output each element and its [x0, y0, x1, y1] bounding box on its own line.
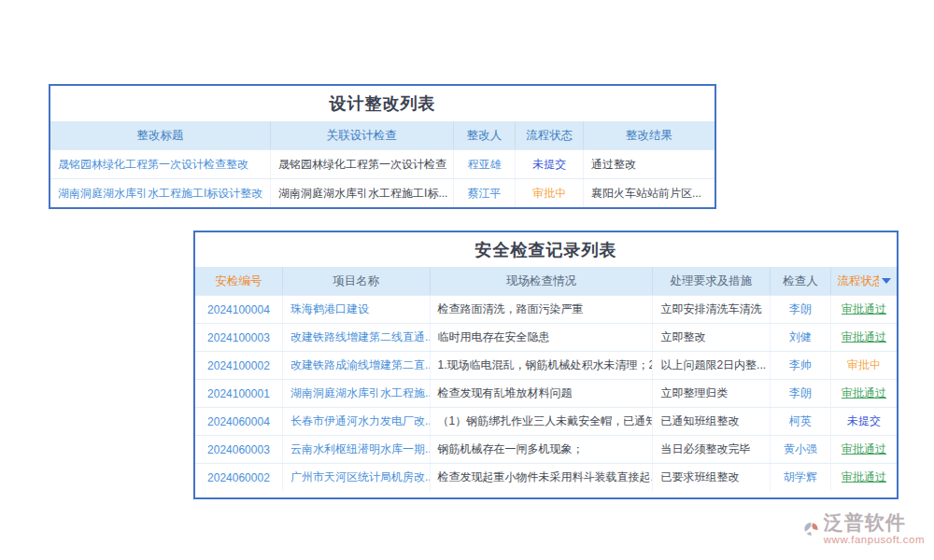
- header-inspection-no: 安检编号: [195, 267, 283, 295]
- design-table-title: 设计整改列表: [50, 86, 715, 121]
- header-related-check: 关联设计检查: [271, 121, 454, 149]
- status-badge: 未提交: [532, 157, 566, 173]
- safety-table-title: 安全检查记录列表: [195, 232, 897, 267]
- design-table-header: 整改标题 关联设计检查 整改人 流程状态 整改结果: [50, 121, 715, 149]
- fanpu-website-url: www.fanpusoft.com: [824, 534, 925, 545]
- design-rectification-panel: 设计整改列表 整改标题 关联设计检查 整改人 流程状态 整改结果 晟铭园林绿化工…: [49, 84, 716, 209]
- inspector-link[interactable]: 胡学辉: [784, 469, 817, 485]
- safety-table-header: 安检编号 项目名称 现场检查情况 处理要求及措施 检查人 流程状态: [195, 267, 897, 295]
- inspector-link[interactable]: 李朗: [789, 301, 812, 317]
- status-badge: 审批中: [532, 186, 566, 202]
- rectify-title-link[interactable]: 晟铭园林绿化工程第一次设计检查整改: [58, 157, 248, 173]
- table-row: 2024060002 广州市天河区统计局机房改... 检查发现起重小物件未采用料…: [195, 463, 897, 491]
- inspector-link[interactable]: 刘健: [789, 329, 812, 345]
- requirement-text: 当日必须整改完毕: [660, 441, 750, 457]
- inspection-no-link[interactable]: 2024100002: [207, 359, 270, 372]
- project-name-link[interactable]: 改建铁路成渝线增建第二直...: [290, 357, 431, 373]
- inspection-no-link[interactable]: 2024100001: [207, 387, 270, 400]
- table-row: 2024100003 改建铁路线增建第二线直通... 临时用电存在安全隐患 立即…: [195, 323, 897, 351]
- inspection-no-link[interactable]: 2024100004: [207, 303, 270, 316]
- project-name-link[interactable]: 云南水利枢纽潜明水库一期...: [290, 441, 431, 457]
- project-name-link[interactable]: 珠海鹤港口建设: [290, 301, 369, 317]
- header-project-name: 项目名称: [283, 267, 431, 295]
- table-row: 2024060003 云南水利枢纽潜明水库一期... 钢筋机械存在一闸多机现象；…: [195, 435, 897, 463]
- status-filter-dropdown-icon[interactable]: [882, 278, 891, 284]
- header-flow-status-label: 流程状态: [838, 273, 879, 289]
- requirement-text: 以上问题限2日内整...: [660, 357, 766, 373]
- rectify-title-link[interactable]: 湖南洞庭湖水库引水工程施工I标设计整改: [58, 186, 262, 202]
- requirement-text: 立即整改: [660, 329, 705, 345]
- inspection-no-link[interactable]: 2024060002: [207, 471, 270, 484]
- requirement-text: 立即整理归类: [660, 385, 728, 401]
- header-flow-status: 流程状态: [516, 121, 584, 149]
- inspector-link[interactable]: 黄小强: [784, 441, 817, 457]
- safety-inspection-panel: 安全检查记录列表 安检编号 项目名称 现场检查情况 处理要求及措施 检查人 流程…: [193, 231, 899, 499]
- table-row: 2024100004 珠海鹤港口建设 检查路面清洗，路面污染严重 立即安排清洗车…: [195, 295, 897, 323]
- site-situation-text: （1）钢筋绑扎作业三人未戴安全帽，已通知...: [438, 413, 654, 429]
- inspection-no-link[interactable]: 2024060004: [207, 415, 270, 428]
- rectify-result-text: 襄阳火车站站前片区...: [591, 186, 701, 202]
- header-site-situation: 现场检查情况: [431, 267, 654, 295]
- fanpu-brand-name: 泛普软件: [824, 511, 906, 534]
- project-name-link[interactable]: 长春市伊通河水力发电厂改...: [290, 413, 431, 429]
- header-rectify-title: 整改标题: [50, 121, 271, 149]
- project-name-link[interactable]: 湖南洞庭湖水库引水工程施...: [290, 385, 431, 401]
- project-name-link[interactable]: 广州市天河区统计局机房改...: [290, 469, 431, 485]
- inspection-no-link[interactable]: 2024060003: [207, 443, 270, 456]
- rectify-result-text: 通过整改: [591, 157, 636, 173]
- requirement-text: 立即安排清洗车清洗: [660, 301, 761, 317]
- inspection-no-link[interactable]: 2024100003: [207, 331, 270, 344]
- status-badge: 未提交: [847, 413, 881, 429]
- site-situation-text: 检查发现起重小物件未采用料斗装载直接起...: [438, 469, 654, 485]
- status-badge[interactable]: 审批通过: [842, 469, 886, 485]
- table-row: 2024060004 长春市伊通河水力发电厂改... （1）钢筋绑扎作业三人未戴…: [195, 407, 897, 435]
- site-situation-text: 1.现场临电混乱，钢筋机械处积水未清理；2....: [438, 357, 654, 373]
- header-requirement: 处理要求及措施: [653, 267, 770, 295]
- status-badge: 审批中: [847, 357, 881, 373]
- site-situation-text: 临时用电存在安全隐患: [438, 329, 550, 345]
- inspector-link[interactable]: 李朗: [789, 385, 812, 401]
- site-situation-text: 检查发现有乱堆放材料问题: [438, 385, 573, 401]
- fanpu-logo-icon: [803, 513, 820, 545]
- table-row: 湖南洞庭湖水库引水工程施工I标设计整改 湖南洞庭湖水库引水工程施工I标... 蔡…: [50, 178, 715, 207]
- rectify-person-link[interactable]: 蔡江平: [467, 186, 501, 202]
- related-check-text: 湖南洞庭湖水库引水工程施工I标...: [278, 186, 447, 202]
- site-situation-text: 检查路面清洗，路面污染严重: [438, 301, 584, 317]
- requirement-text: 已要求班组整改: [660, 469, 739, 485]
- related-check-text: 晟铭园林绿化工程第一次设计检查: [278, 157, 446, 173]
- inspector-link[interactable]: 柯英: [789, 413, 812, 429]
- status-badge[interactable]: 审批通过: [842, 385, 886, 401]
- table-row: 2024100002 改建铁路成渝线增建第二直... 1.现场临电混乱，钢筋机械…: [195, 351, 897, 379]
- header-inspector: 检查人: [771, 267, 831, 295]
- header-rectify-person: 整改人: [454, 121, 517, 149]
- status-badge[interactable]: 审批通过: [842, 301, 886, 317]
- fanpu-logo-text: 泛普软件 www.fanpusoft.com: [824, 511, 925, 545]
- header-flow-status: 流程状态: [831, 267, 897, 295]
- project-name-link[interactable]: 改建铁路线增建第二线直通...: [290, 329, 431, 345]
- status-badge[interactable]: 审批通过: [842, 329, 886, 345]
- status-badge[interactable]: 审批通过: [842, 441, 886, 457]
- header-rectify-result: 整改结果: [584, 121, 715, 149]
- inspector-link[interactable]: 李帅: [789, 357, 812, 373]
- fanpu-logo: 泛普软件 www.fanpusoft.com: [803, 511, 925, 545]
- requirement-text: 已通知班组整改: [660, 413, 739, 429]
- table-row: 2024100001 湖南洞庭湖水库引水工程施... 检查发现有乱堆放材料问题 …: [195, 379, 897, 407]
- rectify-person-link[interactable]: 程亚雄: [467, 157, 501, 173]
- table-row: 晟铭园林绿化工程第一次设计检查整改 晟铭园林绿化工程第一次设计检查 程亚雄 未提…: [50, 149, 715, 178]
- site-situation-text: 钢筋机械存在一闸多机现象；: [438, 441, 584, 457]
